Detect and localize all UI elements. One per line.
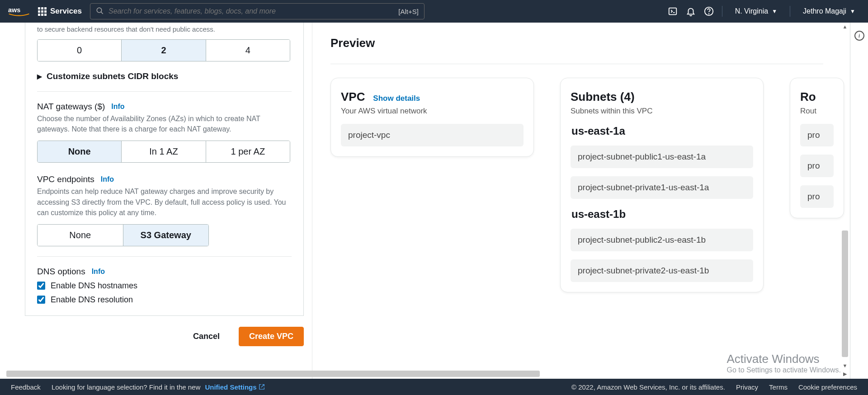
terms-link[interactable]: Terms [769,383,788,391]
svg-text:aws: aws [8,6,20,14]
main-area: to secure backend resources that don't n… [0,23,868,379]
footer: Feedback Looking for language selection?… [0,379,868,395]
search-input[interactable] [108,7,394,15]
subnet-pill[interactable]: project-subnet-private1-us-east-1a [571,176,753,199]
svg-point-1 [97,8,102,13]
route-pill[interactable]: pro [800,185,834,208]
vpce-opt-s3[interactable]: S3 Gateway [123,225,209,246]
routes-card: Ro Rout pro pro pro [790,78,844,218]
vertical-scrollbar[interactable]: ▲ ▼ [841,23,849,370]
dns-info-link[interactable]: Info [92,268,105,276]
preview-cards: VPC Show details Your AWS virtual networ… [330,78,868,292]
scroll-thumb[interactable] [842,230,848,357]
subnets-card-sub: Subnets within this VPC [571,107,753,116]
subnet-pill[interactable]: project-subnet-public1-us-east-1a [571,146,753,168]
cancel-button[interactable]: Cancel [183,327,230,346]
nat-opt-1az[interactable]: In 1 AZ [122,141,206,162]
search-shortcut: [Alt+S] [398,8,419,15]
subnet-pill[interactable]: project-subnet-public2-us-east-1b [571,229,753,251]
customize-cidr-expander[interactable]: ▶ Customize subnets CIDR blocks [37,71,292,81]
preview-column: Preview VPC Show details Your AWS virtua… [312,23,868,379]
global-search[interactable]: [Alt+S] [90,3,425,19]
az-heading: us-east-1a [571,125,753,137]
services-menu[interactable]: Services [38,7,82,16]
svg-point-6 [708,14,709,14]
dns-hostnames-checkbox[interactable] [37,282,45,290]
vpc-card-sub: Your AWS virtual network [341,107,524,116]
watermark-line2: Go to Settings to activate Windows. [726,366,841,374]
vpce-opt-none[interactable]: None [38,225,123,246]
route-pill[interactable]: pro [800,155,834,177]
unified-settings-link[interactable]: Unified Settings [205,383,264,391]
external-link-icon [259,384,265,390]
nat-opt-peraz[interactable]: 1 per AZ [206,141,290,162]
scroll-right-icon[interactable]: ▶ [841,370,849,378]
routes-card-sub: Rout [800,107,834,116]
top-nav: aws Services [Alt+S] N. Virginia ▼ Jethr… [0,0,868,23]
watermark-line1: Activate Windows [726,352,841,366]
privacy-link[interactable]: Privacy [736,383,758,391]
search-icon [96,7,104,16]
services-label: Services [50,7,82,16]
region-selector[interactable]: N. Virginia ▼ [731,7,782,15]
vpc-show-details[interactable]: Show details [373,94,420,103]
vpc-settings-panel: to secure backend resources that don't n… [25,23,304,316]
horizontal-scrollbar[interactable]: ▶ [6,370,848,378]
aws-logo[interactable]: aws [8,6,30,17]
cloudshell-icon[interactable] [668,6,678,16]
help-rail: i [850,23,868,379]
dns-hostnames-label: Enable DNS hostnames [51,281,137,291]
form-column: to secure backend resources that don't n… [0,23,312,379]
vpce-title: VPC endpoints [37,174,94,184]
grid-icon [38,7,47,16]
dns-resolution-checkbox[interactable] [37,296,45,304]
scroll-up-icon[interactable]: ▲ [841,23,849,31]
help-icon[interactable] [704,6,714,16]
cookie-link[interactable]: Cookie preferences [798,383,857,391]
scroll-down-icon[interactable]: ▼ [841,362,849,370]
nat-opt-none[interactable]: None [38,141,122,162]
chevron-down-icon: ▼ [850,8,855,14]
info-icon[interactable]: i [854,31,864,41]
dns-hostnames-row[interactable]: Enable DNS hostnames [37,281,292,291]
user-label: Jethro Magaji [803,7,846,15]
private-subnets-opt-2[interactable]: 2 [122,40,206,61]
private-subnets-opt-4[interactable]: 4 [206,40,290,61]
customize-cidr-label: Customize subnets CIDR blocks [47,71,178,81]
route-pill[interactable]: pro [800,124,834,146]
nat-title: NAT gateways ($) [37,102,105,112]
subnets-card-title: Subnets (4) [571,90,635,104]
footer-lang-text: Looking for language selection? Find it … [52,383,265,391]
region-label: N. Virginia [735,7,769,15]
routes-card-title: Ro [800,90,816,104]
private-subnets-desc-tail: to secure backend resources that don't n… [37,23,292,33]
subnets-card: Subnets (4) Subnets within this VPC us-e… [560,78,764,292]
windows-activation-watermark: Activate Windows Go to Settings to activ… [726,352,841,374]
vpce-info-link[interactable]: Info [101,175,114,183]
vpc-card-title: VPC [341,90,365,104]
notifications-icon[interactable] [686,6,696,16]
feedback-link[interactable]: Feedback [11,383,41,391]
vpc-name-pill[interactable]: project-vpc [341,124,524,146]
subnet-pill[interactable]: project-subnet-private2-us-east-1b [571,259,753,282]
dns-resolution-label: Enable DNS resolution [51,295,133,305]
private-subnets-segment: 0 2 4 [37,39,290,61]
svg-line-2 [101,12,103,14]
vpc-card: VPC Show details Your AWS virtual networ… [330,78,534,157]
vpce-desc: Endpoints can help reduce NAT gateway ch… [37,186,290,218]
create-vpc-button[interactable]: Create VPC [239,327,304,346]
dns-title: DNS options [37,267,85,277]
nat-info-link[interactable]: Info [111,103,124,111]
account-menu[interactable]: Jethro Magaji ▼ [798,7,860,15]
dns-resolution-row[interactable]: Enable DNS resolution [37,295,292,305]
preview-title: Preview [330,36,868,50]
nat-desc: Choose the number of Availability Zones … [37,113,290,134]
hscroll-thumb[interactable] [6,371,540,377]
form-actions: Cancel Create VPC [25,327,304,346]
footer-copyright: © 2022, Amazon Web Services, Inc. or its… [571,383,725,391]
az-heading: us-east-1b [571,208,753,221]
vpce-segment: None S3 Gateway [37,224,209,246]
nat-segment: None In 1 AZ 1 per AZ [37,141,290,163]
chevron-down-icon: ▼ [772,8,777,14]
private-subnets-opt-0[interactable]: 0 [38,40,122,61]
